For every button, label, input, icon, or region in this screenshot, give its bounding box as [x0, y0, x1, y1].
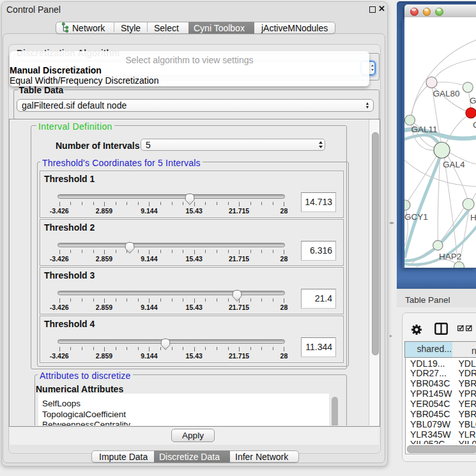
svg-text:C: C: [473, 120, 476, 130]
svg-text:H: H: [470, 213, 476, 222]
svg-text:HAP2: HAP2: [439, 252, 461, 261]
svg-text:GAL11: GAL11: [411, 125, 437, 134]
svg-text:GAL80: GAL80: [433, 89, 459, 98]
svg-text:GAL4: GAL4: [443, 160, 465, 169]
svg-text:G.: G.: [470, 96, 476, 105]
svg-text:GCY1: GCY1: [404, 212, 428, 222]
